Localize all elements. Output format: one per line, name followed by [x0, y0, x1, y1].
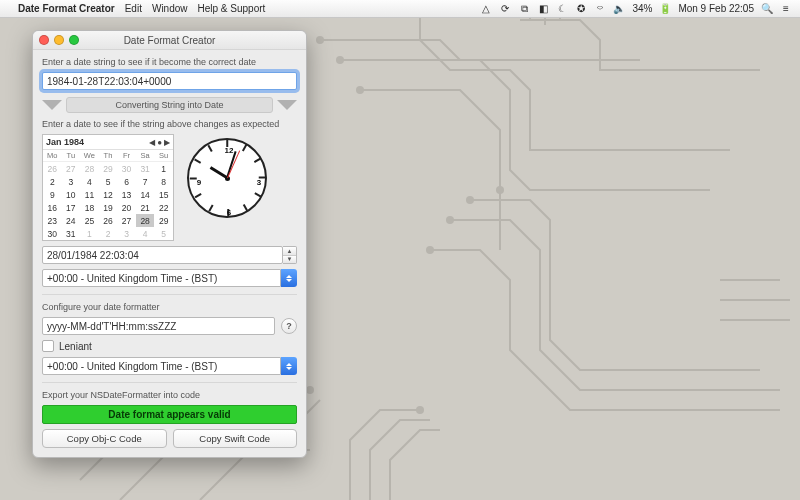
- svg-point-3: [496, 186, 504, 194]
- calendar-day[interactable]: 31: [136, 162, 155, 175]
- calendar-day[interactable]: 28: [80, 162, 99, 175]
- arrow-down-icon: [277, 100, 297, 110]
- calendar-next-icon[interactable]: ▶: [164, 138, 170, 147]
- calendar-day[interactable]: 1: [80, 227, 99, 240]
- calendar-day[interactable]: 3: [117, 227, 136, 240]
- app-menu[interactable]: Date Format Creator: [18, 3, 115, 14]
- status-icon[interactable]: ◧: [537, 3, 549, 15]
- format-value: yyyy-MM-dd'T'HH:mm:ssZZZ: [47, 321, 176, 332]
- calendar-day[interactable]: 22: [154, 201, 173, 214]
- calendar-day[interactable]: 2: [43, 175, 62, 188]
- menu-window[interactable]: Window: [152, 3, 188, 14]
- analog-clock[interactable]: 12369: [187, 138, 267, 218]
- calendar-day[interactable]: 8: [154, 175, 173, 188]
- section2-label: Enter a date to see if the string above …: [42, 119, 297, 129]
- calendar-day[interactable]: 29: [99, 162, 118, 175]
- timezone-select-2[interactable]: +00:00 - United Kingdom Time - (BST): [42, 357, 281, 375]
- titlebar[interactable]: Date Format Creator: [33, 31, 306, 50]
- calendar-day[interactable]: 1: [154, 162, 173, 175]
- copy-swift-button[interactable]: Copy Swift Code: [173, 429, 298, 448]
- moon-icon[interactable]: ☾: [556, 3, 568, 15]
- zoom-button[interactable]: [69, 35, 79, 45]
- calendar-day[interactable]: 11: [80, 188, 99, 201]
- calendar-day[interactable]: 17: [62, 201, 81, 214]
- calendar-day[interactable]: 25: [80, 214, 99, 227]
- datetime-field[interactable]: 28/01/1984 22:03:04: [42, 246, 283, 264]
- svg-point-5: [446, 216, 454, 224]
- calendar-day[interactable]: 18: [80, 201, 99, 214]
- calendar-day[interactable]: 27: [117, 214, 136, 227]
- battery-percent[interactable]: 34%: [632, 3, 652, 14]
- calendar-day[interactable]: 6: [117, 175, 136, 188]
- date-string-input[interactable]: 1984-01-28T22:03:04+0000: [42, 72, 297, 90]
- section1-label: Enter a date string to see if it become …: [42, 57, 297, 67]
- copy-objc-button[interactable]: Copy Obj-C Code: [42, 429, 167, 448]
- calendar-day[interactable]: 4: [80, 175, 99, 188]
- status2-icon[interactable]: ✪: [575, 3, 587, 15]
- calendar-day[interactable]: 30: [43, 227, 62, 240]
- calendar-day[interactable]: 7: [136, 175, 155, 188]
- calendar-day[interactable]: 23: [43, 214, 62, 227]
- menubar: Date Format Creator Edit Window Help & S…: [0, 0, 800, 18]
- calendar-day[interactable]: 2: [99, 227, 118, 240]
- calendar-day[interactable]: 21: [136, 201, 155, 214]
- timezone1-value: +00:00 - United Kingdom Time - (BST): [47, 273, 217, 284]
- menu-edit[interactable]: Edit: [125, 3, 142, 14]
- select-caret-icon[interactable]: [281, 357, 297, 375]
- calendar-picker[interactable]: Jan 1984 ◀ ● ▶ MoTuWeThFrSaSu26272829303…: [42, 134, 174, 241]
- calendar-dow: We: [80, 150, 99, 162]
- calendar-day[interactable]: 13: [117, 188, 136, 201]
- format-string-input[interactable]: yyyy-MM-dd'T'HH:mm:ssZZZ: [42, 317, 275, 335]
- volume-icon[interactable]: 🔈: [613, 3, 625, 15]
- select-caret-icon[interactable]: [281, 269, 297, 287]
- calendar-day[interactable]: 30: [117, 162, 136, 175]
- notification-center-icon[interactable]: ≡: [780, 3, 792, 15]
- menu-help[interactable]: Help & Support: [198, 3, 266, 14]
- calendar-day[interactable]: 28: [136, 214, 155, 227]
- leniant-checkbox[interactable]: Leniant: [42, 340, 297, 352]
- section3-label: Configure your date formatter: [42, 302, 297, 312]
- calendar-day[interactable]: 10: [62, 188, 81, 201]
- window-title: Date Format Creator: [124, 35, 216, 46]
- dropbox-icon[interactable]: ⧉: [518, 3, 530, 15]
- calendar-day[interactable]: 31: [62, 227, 81, 240]
- battery-icon[interactable]: 🔋: [659, 3, 671, 15]
- calendar-day[interactable]: 27: [62, 162, 81, 175]
- help-button[interactable]: ?: [281, 318, 297, 334]
- calendar-day[interactable]: 5: [99, 175, 118, 188]
- calendar-day[interactable]: 15: [154, 188, 173, 201]
- validity-indicator: Date format appears valid: [42, 405, 297, 424]
- datetime-stepper[interactable]: ▲▼: [283, 246, 297, 264]
- calendar-today-icon[interactable]: ●: [157, 138, 162, 147]
- calendar-dow: Sa: [136, 150, 155, 162]
- calendar-day[interactable]: 19: [99, 201, 118, 214]
- calendar-day[interactable]: 14: [136, 188, 155, 201]
- calendar-day[interactable]: 12: [99, 188, 118, 201]
- calendar-day[interactable]: 26: [99, 214, 118, 227]
- calendar-day[interactable]: 5: [154, 227, 173, 240]
- sync-icon[interactable]: ⟳: [499, 3, 511, 15]
- leniant-label: Leniant: [59, 341, 92, 352]
- cloud-icon[interactable]: △: [480, 3, 492, 15]
- conversion-banner: Converting String into Date: [42, 97, 297, 113]
- wifi-icon[interactable]: ⌔: [594, 3, 606, 15]
- calendar-prev-icon[interactable]: ◀: [149, 138, 155, 147]
- menubar-clock[interactable]: Mon 9 Feb 22:05: [678, 3, 754, 14]
- svg-point-9: [416, 406, 424, 414]
- spotlight-icon[interactable]: 🔍: [761, 3, 773, 15]
- calendar-day[interactable]: 26: [43, 162, 62, 175]
- checkbox-icon: [42, 340, 54, 352]
- date-string-value: 1984-01-28T22:03:04+0000: [47, 76, 171, 87]
- calendar-day[interactable]: 24: [62, 214, 81, 227]
- close-button[interactable]: [39, 35, 49, 45]
- calendar-day[interactable]: 9: [43, 188, 62, 201]
- timezone2-value: +00:00 - United Kingdom Time - (BST): [47, 361, 217, 372]
- calendar-day[interactable]: 29: [154, 214, 173, 227]
- calendar-day[interactable]: 4: [136, 227, 155, 240]
- calendar-day[interactable]: 20: [117, 201, 136, 214]
- svg-point-2: [356, 86, 364, 94]
- timezone-select-1[interactable]: +00:00 - United Kingdom Time - (BST): [42, 269, 281, 287]
- calendar-day[interactable]: 3: [62, 175, 81, 188]
- calendar-day[interactable]: 16: [43, 201, 62, 214]
- minimize-button[interactable]: [54, 35, 64, 45]
